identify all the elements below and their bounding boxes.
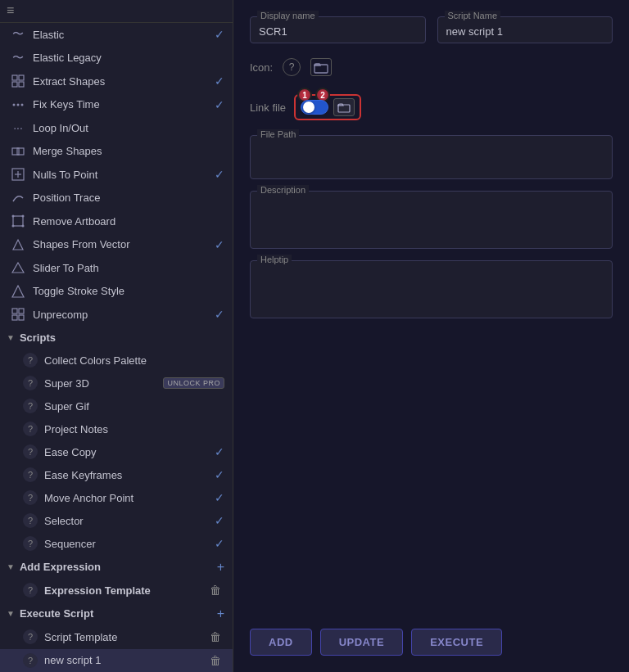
- svg-rect-3: [19, 82, 24, 87]
- check-icon: ✓: [215, 74, 224, 88]
- add-expression-section-header[interactable]: ▼ Add Expression +: [0, 555, 233, 579]
- sidebar-item-expression-template[interactable]: ? Expression Template 🗑: [0, 579, 233, 602]
- display-name-group: Display name: [250, 16, 426, 43]
- execute-script-section-label: Execute Script: [20, 607, 217, 620]
- question-icon: ?: [23, 536, 38, 551]
- question-icon: ?: [23, 444, 38, 459]
- sidebar-item-slider-to-path[interactable]: Slider To Path: [0, 256, 233, 280]
- sidebar-item-super-3d[interactable]: ? Super 3D UNLOCK PRO: [0, 372, 233, 395]
- sidebar-item-nulls-to-point[interactable]: Nulls To Point ✓: [0, 163, 233, 187]
- svg-rect-7: [12, 148, 19, 155]
- sidebar-item-script-template[interactable]: ? Script Template 🗑: [0, 625, 233, 649]
- sidebar-item-elastic-legacy[interactable]: 〜 Elastic Legacy: [0, 46, 233, 70]
- sidebar-item-label: Selector: [44, 515, 211, 527]
- description-textarea[interactable]: [259, 201, 604, 242]
- sidebar-item-unprecomp[interactable]: Unprecomp ✓: [0, 303, 233, 327]
- svg-rect-22: [12, 315, 17, 320]
- delete-new-script-icon[interactable]: 🗑: [206, 652, 224, 669]
- question-icon: ?: [23, 490, 38, 505]
- add-expression-arrow-icon: ▼: [7, 562, 15, 571]
- question-icon: ?: [23, 353, 38, 368]
- check-icon: ✓: [215, 168, 224, 181]
- helptip-textarea[interactable]: [259, 271, 604, 312]
- sidebar-item-label: Nulls To Point: [33, 169, 211, 181]
- svg-point-16: [22, 225, 25, 228]
- svg-rect-23: [19, 315, 24, 320]
- script-name-input[interactable]: [446, 24, 604, 39]
- svg-point-15: [12, 225, 15, 228]
- sidebar-item-collect-colors[interactable]: ? Collect Colors Palette: [0, 349, 233, 372]
- icon-folder-button[interactable]: [310, 58, 332, 76]
- sidebar-item-label: new script 1: [44, 654, 206, 666]
- check-icon: ✓: [215, 491, 224, 504]
- update-button[interactable]: UPDATE: [320, 629, 403, 656]
- display-name-label: Display name: [257, 11, 319, 20]
- file-path-wrapper: File Path: [250, 135, 613, 179]
- check-icon: ✓: [215, 28, 224, 41]
- main-panel: Display name Script Name Icon: ? Link fi…: [233, 0, 629, 672]
- sidebar-item-label: Elastic Legacy: [33, 52, 224, 64]
- sidebar-item-ease-keyframes[interactable]: ? Ease Keyframes ✓: [0, 463, 233, 486]
- unlock-badge: UNLOCK PRO: [163, 377, 224, 389]
- sidebar-item-label: Project Notes: [44, 423, 224, 435]
- sidebar-item-label: Slider To Path: [33, 262, 224, 274]
- scripts-section-header[interactable]: ▼ Scripts: [0, 326, 233, 349]
- display-name-input[interactable]: [259, 24, 417, 39]
- question-icon: ?: [23, 653, 38, 668]
- sidebar-item-shapes-from-vector[interactable]: Shapes From Vector ✓: [0, 232, 233, 256]
- sidebar-item-ease-copy[interactable]: ? Ease Copy ✓: [0, 440, 233, 463]
- file-path-group: File Path: [250, 135, 613, 179]
- svg-rect-8: [17, 148, 24, 155]
- check-icon: ✓: [215, 445, 224, 458]
- loop-icon: ···: [10, 120, 26, 136]
- sidebar-item-super-gif[interactable]: ? Super Gif: [0, 395, 233, 417]
- sidebar-item-fix-keys-time[interactable]: Fix Keys Time ✓: [0, 92, 233, 116]
- sidebar-item-label: Extract Shapes: [33, 75, 211, 88]
- add-expression-plus-icon[interactable]: +: [217, 560, 224, 575]
- description-group: Description: [250, 191, 613, 249]
- svg-rect-20: [12, 309, 17, 313]
- script-name-group: Script Name: [437, 16, 613, 43]
- execute-script-plus-icon[interactable]: +: [217, 607, 224, 621]
- link-file-folder-button[interactable]: [333, 98, 355, 116]
- svg-rect-12: [13, 216, 23, 226]
- position-trace-icon: [10, 190, 26, 206]
- sidebar-item-new-script-1[interactable]: ? new script 1 🗑: [0, 649, 233, 672]
- sidebar-item-loop-in-out[interactable]: ··· Loop In/Out: [0, 116, 233, 140]
- svg-point-5: [17, 103, 20, 106]
- svg-point-4: [13, 103, 16, 106]
- question-icon: ?: [23, 513, 38, 528]
- sidebar-item-merge-shapes[interactable]: Merge Shapes: [0, 139, 233, 163]
- file-path-input[interactable]: [259, 146, 604, 175]
- execute-script-section-header[interactable]: ▼ Execute Script +: [0, 602, 233, 625]
- icon-row: Icon: ?: [250, 55, 613, 79]
- name-row: Display name Script Name: [250, 16, 613, 43]
- sidebar-item-move-anchor-point[interactable]: ? Move Anchor Point ✓: [0, 486, 233, 509]
- sidebar-item-position-trace[interactable]: Position Trace: [0, 186, 233, 210]
- hamburger-icon[interactable]: ≡: [7, 3, 14, 18]
- svg-rect-21: [19, 309, 24, 313]
- elastic-icon: 〜: [10, 26, 26, 43]
- link-file-row: Link file 1 2: [250, 91, 613, 124]
- sidebar-item-project-notes[interactable]: ? Project Notes: [0, 417, 233, 440]
- sidebar-item-remove-artboard[interactable]: Remove Artboard: [0, 210, 233, 233]
- sidebar-item-selector[interactable]: ? Selector ✓: [0, 509, 233, 532]
- sidebar-item-sequencer[interactable]: ? Sequencer ✓: [0, 532, 233, 555]
- delete-expression-template-icon[interactable]: 🗑: [206, 582, 224, 598]
- svg-rect-0: [12, 75, 17, 80]
- delete-script-template-icon[interactable]: 🗑: [206, 629, 224, 645]
- display-name-wrapper: Display name: [250, 16, 426, 43]
- link-file-toggle[interactable]: [301, 100, 328, 115]
- check-icon: ✓: [215, 537, 224, 550]
- sidebar-item-elastic[interactable]: 〜 Elastic ✓: [0, 23, 233, 47]
- icon-question-button[interactable]: ?: [283, 58, 301, 76]
- scripts-arrow-icon: ▼: [7, 333, 15, 342]
- sidebar-item-label: Collect Colors Palette: [44, 354, 224, 367]
- merge-shapes-icon: [10, 143, 26, 160]
- sidebar-item-toggle-stroke[interactable]: Toggle Stroke Style: [0, 279, 233, 303]
- svg-marker-18: [12, 263, 24, 273]
- execute-button[interactable]: EXECUTE: [411, 629, 502, 656]
- sidebar-item-extract-shapes[interactable]: Extract Shapes ✓: [0, 70, 233, 93]
- description-wrapper: Description: [250, 191, 613, 249]
- add-button[interactable]: ADD: [250, 629, 312, 656]
